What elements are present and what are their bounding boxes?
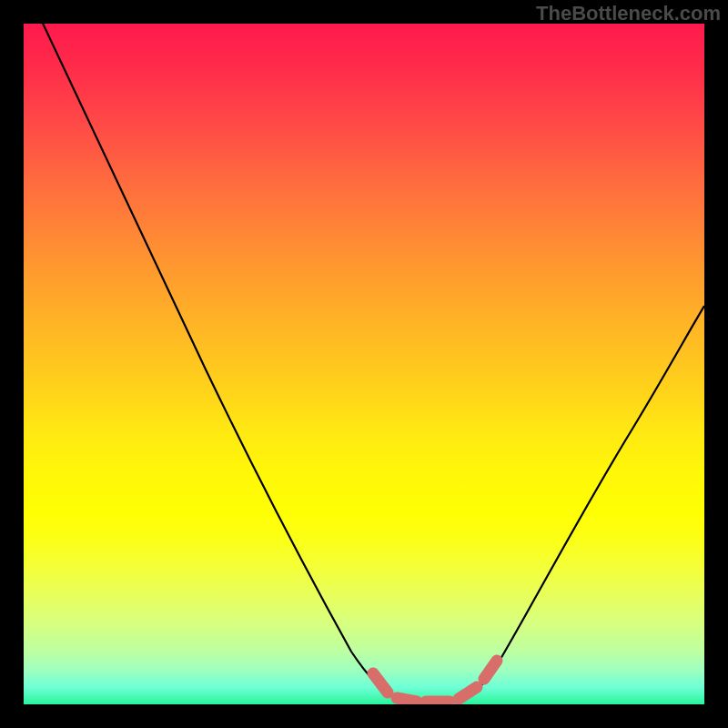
plot-area <box>24 24 704 704</box>
optimal-markers-group <box>373 661 497 702</box>
watermark-text: TheBottleneck.com <box>536 2 721 25</box>
optimal-marker <box>373 673 388 693</box>
optimal-marker <box>397 698 417 702</box>
optimal-marker <box>484 661 497 679</box>
optimal-marker <box>459 687 477 699</box>
bottleneck-curve-line <box>24 24 704 703</box>
chart-svg <box>24 24 704 704</box>
